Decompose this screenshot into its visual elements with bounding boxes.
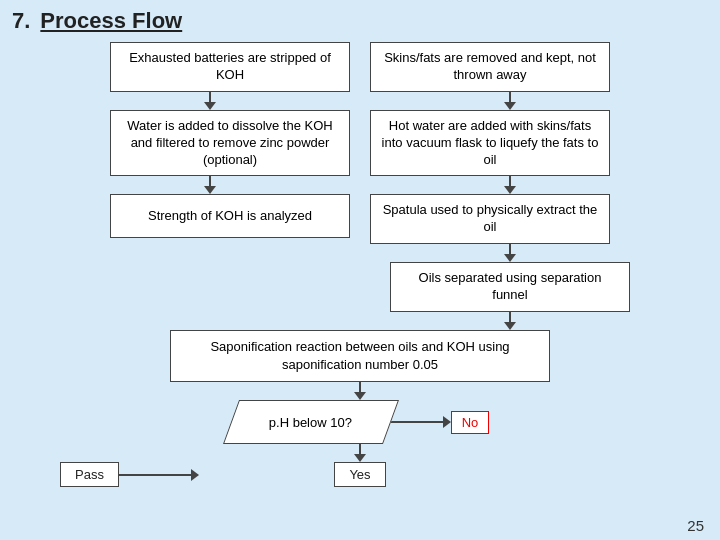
slide-number: 25 [687,517,704,534]
box-b7: Oils separated using separation funnel [390,262,630,312]
box-b4: Hot water are added with skins/fats into… [370,110,610,177]
page-header: 7. Process Flow [0,0,720,38]
page-number: 7. [12,8,30,34]
box-b2: Skins/fats are removed and kept, not thr… [370,42,610,92]
box-b5: Strength of KOH is analyzed [110,194,350,238]
box-b1: Exhausted batteries are stripped of KOH [110,42,350,92]
box-b8: Saponification reaction between oils and… [170,330,550,382]
yes-label: Yes [334,462,385,487]
pass-label: Pass [60,462,119,487]
box-b3: Water is added to dissolve the KOH and f… [110,110,350,177]
page-title: Process Flow [40,8,182,34]
diamond-box: p.H below 10? [223,400,399,444]
no-label: No [451,411,490,434]
box-b6: Spatula used to physically extract the o… [370,194,610,244]
